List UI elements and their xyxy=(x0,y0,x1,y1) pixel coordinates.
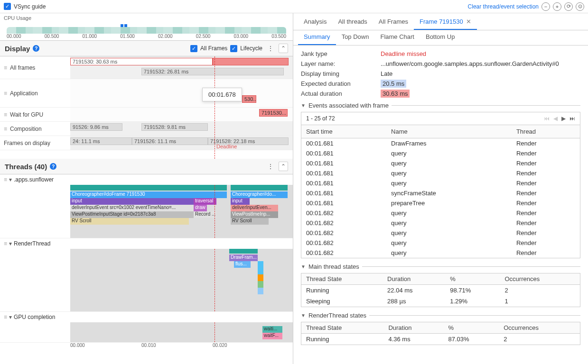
page-prev-icon[interactable]: ◀ xyxy=(553,115,558,122)
frame-bar-selected[interactable]: 7191530: 30.63 ms xyxy=(70,58,213,65)
trace-bar[interactable]: Record ... xyxy=(194,211,216,218)
fod-bar[interactable]: 24: 11.1 ms xyxy=(70,137,132,145)
trace-bar[interactable]: RV Scroll xyxy=(231,218,269,225)
zoom-fit-icon[interactable]: ⊙ xyxy=(576,2,584,11)
page-next-icon[interactable]: ▶ xyxy=(561,115,566,122)
selection-marker[interactable] xyxy=(121,24,123,27)
trace-bar[interactable] xyxy=(258,288,263,294)
drag-handle-icon[interactable]: ≡ xyxy=(4,90,7,97)
gpu-frame-bar[interactable]: 7191530... xyxy=(259,109,288,117)
trace-bar[interactable]: Choreographer#doFrame 7191530 xyxy=(70,191,227,198)
drag-handle-icon[interactable]: ≡ xyxy=(4,240,7,247)
frame-bar-next[interactable]: 7191532: 26.81 ms xyxy=(141,68,284,75)
table-row[interactable]: 00:01.682queryRender xyxy=(301,228,580,238)
tab-all-frames[interactable]: All Frames xyxy=(373,14,414,30)
help-icon[interactable]: ? xyxy=(33,45,39,52)
render-states-header[interactable]: ▼RenderThread states xyxy=(301,312,580,319)
subtab-flame[interactable]: Flame Chart xyxy=(374,29,420,45)
subtab-summary[interactable]: Summary xyxy=(298,29,336,45)
trace-bar[interactable]: ViewPostImeInp... xyxy=(231,211,278,218)
table-row[interactable]: 00:01.682queryRender xyxy=(301,238,580,248)
chevron-down-icon[interactable]: ▾ xyxy=(9,176,12,183)
trace-bar[interactable]: input xyxy=(70,198,194,205)
table-row[interactable]: 00:01.681queryRender xyxy=(301,158,580,168)
table-row[interactable]: 00:01.681queryRender xyxy=(301,148,580,158)
col-start-time[interactable]: Start time xyxy=(301,125,386,138)
clear-selection-link[interactable]: Clear thread/event selection xyxy=(468,3,539,10)
col-thread[interactable]: Thread xyxy=(512,125,580,138)
frame-bar-overrun[interactable] xyxy=(213,58,289,65)
col-duration[interactable]: Duration xyxy=(383,322,443,334)
composition-bar[interactable]: 91526: 9.86 ms xyxy=(70,123,122,131)
col-duration[interactable]: Duration xyxy=(383,273,445,285)
chevron-down-icon[interactable]: ▾ xyxy=(9,314,12,320)
table-row[interactable]: 00:01.682queryRender xyxy=(301,248,580,258)
trace-bar[interactable] xyxy=(258,261,263,268)
selection-marker[interactable] xyxy=(124,24,127,27)
more-icon[interactable]: ⋮ xyxy=(265,163,276,170)
table-row[interactable]: Running4.36 ms87.03%2 xyxy=(301,334,580,345)
drag-handle-icon[interactable]: ≡ xyxy=(4,111,7,118)
trace-bar[interactable] xyxy=(70,185,227,191)
zoom-reset-icon[interactable]: ⟳ xyxy=(564,2,573,11)
trace-bar[interactable]: input xyxy=(231,198,250,205)
trace-bar[interactable] xyxy=(229,249,258,254)
trace-bar[interactable]: deliverInputEven... xyxy=(231,205,278,211)
col-occurrences[interactable]: Occurrences xyxy=(500,273,580,285)
col-occurrences[interactable]: Occurrences xyxy=(499,322,580,334)
help-icon[interactable]: ? xyxy=(50,163,56,170)
table-row[interactable]: 00:01.681queryRender xyxy=(301,178,580,188)
subtab-bottomup[interactable]: Bottom Up xyxy=(420,29,460,45)
table-row[interactable]: Sleeping288 µs1.29%1 xyxy=(301,296,580,307)
zoom-out-icon[interactable]: − xyxy=(541,2,550,11)
table-row[interactable]: 00:01.682queryRender xyxy=(301,208,580,218)
trace-bar[interactable]: RV Scroll xyxy=(70,218,189,225)
drag-handle-icon[interactable]: ≡ xyxy=(4,314,7,320)
tab-analysis[interactable]: Analysis xyxy=(298,14,332,30)
page-last-icon[interactable]: ⏭ xyxy=(569,115,575,122)
col-thread-state[interactable]: Thread State xyxy=(301,322,383,334)
col-percent[interactable]: % xyxy=(445,273,500,285)
col-percent[interactable]: % xyxy=(443,322,499,334)
vsync-checkbox[interactable]: ✓ xyxy=(4,3,11,10)
composition-bar[interactable]: 7191528: 9.81 ms xyxy=(141,123,208,131)
drag-handle-icon[interactable]: ≡ xyxy=(4,126,7,132)
table-row[interactable]: 00:01.682queryRender xyxy=(301,218,580,228)
trace-bar[interactable] xyxy=(258,281,263,288)
table-row[interactable]: 00:01.681prepareTreeRender xyxy=(301,198,580,208)
col-thread-state[interactable]: Thread State xyxy=(301,273,383,285)
col-name[interactable]: Name xyxy=(386,125,512,138)
chevron-up-icon[interactable]: ⌃ xyxy=(279,44,288,53)
lifecycle-checkbox[interactable]: ✓ xyxy=(230,45,237,52)
trace-bar[interactable]: traversal xyxy=(194,198,216,205)
trace-bar[interactable]: DrawFram... xyxy=(229,255,258,261)
subtab-topdown[interactable]: Top Down xyxy=(336,29,375,45)
cpu-usage-chart[interactable]: CPU Usage 00.00000.50001.00001.50002.000… xyxy=(0,13,293,41)
trace-bar[interactable]: ViewPostImeInputStage id=0x2187c3a8 xyxy=(70,211,194,218)
all-frames-checkbox[interactable]: ✓ xyxy=(190,45,197,52)
trace-bar[interactable]: draw xyxy=(194,205,207,211)
tab-frame[interactable]: Frame 7191530✕ xyxy=(414,14,477,30)
fod-bar[interactable]: 7191526: 11.1 ms xyxy=(132,137,208,145)
chevron-down-icon[interactable]: ▾ xyxy=(9,240,12,247)
app-frame-bar[interactable]: 530... xyxy=(242,95,256,103)
close-icon[interactable]: ✕ xyxy=(466,18,471,25)
events-section-header[interactable]: ▼Events associated with frame xyxy=(301,102,580,109)
trace-bar[interactable]: Choreographer#do... xyxy=(231,191,288,198)
zoom-in-icon[interactable]: + xyxy=(553,2,561,11)
trace-bar[interactable]: flus... xyxy=(234,261,251,268)
chevron-up-icon[interactable]: ⌃ xyxy=(279,162,288,171)
trace-bar[interactable]: waiti... xyxy=(262,326,282,333)
trace-bar[interactable] xyxy=(258,274,263,281)
page-first-icon[interactable]: ⏮ xyxy=(544,115,550,122)
table-row[interactable]: 00:01.681syncFrameStateRender xyxy=(301,188,580,198)
more-icon[interactable]: ⋮ xyxy=(265,45,276,52)
trace-bar[interactable]: deliverInputEvent src=0x1002 eventTimeNa… xyxy=(70,205,194,211)
trace-bar[interactable] xyxy=(231,185,288,191)
drag-handle-icon[interactable]: ≡ xyxy=(4,176,7,183)
trace-bar[interactable]: waitF... xyxy=(262,333,282,339)
table-row[interactable]: Running22.04 ms98.71%2 xyxy=(301,285,580,296)
trace-bar[interactable] xyxy=(258,268,263,274)
main-states-header[interactable]: ▼Main thread states xyxy=(301,263,580,270)
drag-handle-icon[interactable]: ≡ xyxy=(4,64,7,71)
